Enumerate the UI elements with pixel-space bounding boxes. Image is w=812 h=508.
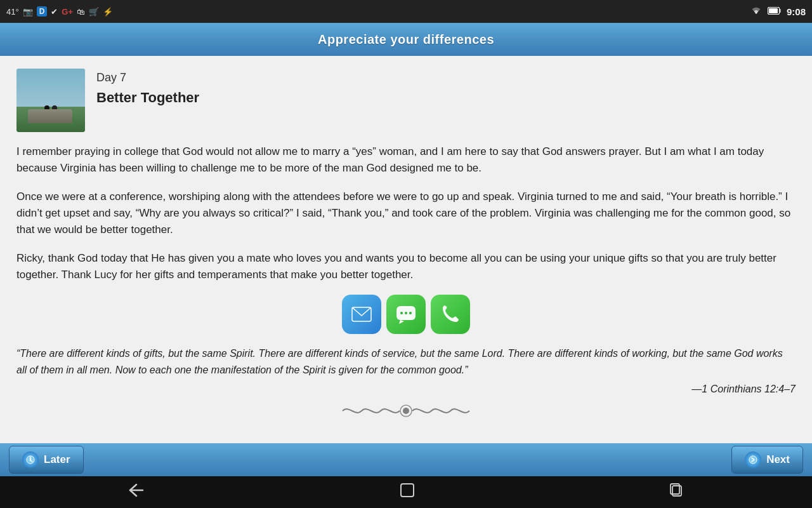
svg-point-6 (405, 312, 407, 314)
cart-icon: 🛒 (89, 7, 99, 17)
paragraph1: I remember praying in college that God w… (16, 144, 796, 177)
back-button[interactable] (108, 478, 164, 506)
status-bar-left: 41° 📷 D ✔ G+ 🛍 🛒 ⚡ (6, 6, 113, 17)
day-image (16, 69, 85, 132)
main-content: Day 7 Better Together I remember praying… (0, 56, 812, 448)
status-bar-right: 9:08 (750, 6, 806, 17)
recents-button[interactable] (650, 478, 704, 507)
day-title-section: Day 7 Better Together (96, 69, 199, 106)
temp-icon: 41° (6, 7, 19, 17)
day-label: Day 7 (96, 71, 199, 84)
later-label: Later (44, 453, 70, 466)
wifi-icon (750, 6, 763, 17)
ornament (16, 401, 796, 420)
day-subtitle: Better Together (96, 90, 199, 106)
app-header: Appreciate your differences (0, 23, 812, 56)
camera-icon: 📷 (23, 7, 33, 17)
svg-point-5 (400, 312, 403, 314)
svg-point-12 (749, 456, 757, 464)
svg-point-8 (403, 408, 409, 414)
bottom-nav-bar: Later Next (0, 443, 812, 476)
bag-icon: 🛍 (77, 7, 85, 17)
home-button[interactable] (381, 478, 434, 507)
later-icon (22, 451, 39, 468)
header-title: Appreciate your differences (318, 32, 494, 47)
android-nav-bar (0, 476, 812, 508)
svg-rect-2 (769, 8, 778, 13)
svg-rect-14 (401, 484, 414, 497)
battery-icon (768, 6, 782, 17)
next-label: Next (766, 453, 790, 466)
next-button[interactable]: Next (731, 446, 803, 474)
later-button[interactable]: Later (9, 446, 84, 474)
gplus-icon: G+ (62, 7, 73, 17)
time-display: 9:08 (787, 6, 806, 17)
day-header: Day 7 Better Together (16, 69, 796, 132)
mail-share-button[interactable] (342, 295, 381, 334)
svg-rect-1 (779, 9, 781, 13)
lightning-icon: ⚡ (103, 7, 113, 17)
message-share-button[interactable] (386, 295, 426, 334)
next-icon (745, 451, 761, 468)
share-icons-row (16, 295, 796, 334)
paragraph3: Ricky, thank God today that He has given… (16, 250, 796, 284)
check-icon: ✔ (51, 7, 58, 17)
status-bar: 41° 📷 D ✔ G+ 🛍 🛒 ⚡ 9:08 (0, 0, 812, 23)
d-icon: D (37, 6, 48, 17)
scripture-ref: —1 Corinthians 12:4–7 (16, 384, 796, 395)
paragraph2: Once we were at a conference, worshiping… (16, 189, 796, 239)
svg-point-7 (409, 312, 412, 314)
phone-share-button[interactable] (431, 295, 470, 334)
scripture-text: “There are different kinds of gifts, but… (16, 345, 796, 378)
